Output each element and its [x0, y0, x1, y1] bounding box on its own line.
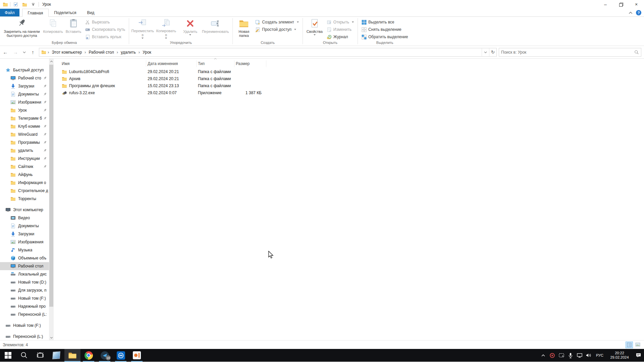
close-button[interactable]: ×: [629, 0, 644, 9]
edit-button[interactable]: Изменить: [327, 26, 354, 33]
sidebar-item[interactable]: Изображени: [0, 98, 49, 106]
select-all-button[interactable]: Выделить все: [362, 19, 408, 25]
sidebar-item[interactable]: Айфунь: [0, 171, 49, 179]
sidebar-item[interactable]: Программы: [0, 138, 49, 146]
explorer-app-button[interactable]: [64, 349, 80, 362]
collapse-ribbon-icon[interactable]: [629, 12, 633, 14]
sidebar-item[interactable]: Рабочий стол: [0, 262, 49, 270]
taskbar-search-button[interactable]: [16, 349, 32, 362]
sidebar-item[interactable]: Переносной (L:: [0, 310, 49, 318]
hidden-icons-button[interactable]: [539, 349, 548, 362]
breadcrumb-udalit[interactable]: удалить: [119, 50, 138, 55]
scroll-up-button[interactable]: [49, 59, 54, 64]
sidebar-item[interactable]: Строительное д: [0, 187, 49, 195]
pin-to-quick-access-button[interactable]: Закрепить на панели быстрого доступа: [1, 17, 42, 39]
sidebar-scrollbar[interactable]: [49, 59, 54, 340]
microphone-tray-icon[interactable]: [566, 349, 575, 362]
tab-home[interactable]: Главная: [22, 9, 49, 17]
address-dropdown-button[interactable]: [482, 48, 489, 56]
column-header-type[interactable]: Тип: [197, 60, 234, 67]
address-box[interactable]: › Этот компьютер › Рабочий стол › удалит…: [39, 48, 497, 57]
sidebar-item[interactable]: Документы: [0, 222, 49, 230]
sidebar-item[interactable]: удалить: [0, 146, 49, 155]
help-button[interactable]: ?: [636, 10, 641, 15]
paste-button[interactable]: Вставить: [64, 17, 83, 39]
sidebar-item[interactable]: Загрузки: [0, 82, 49, 90]
volume-tray-icon[interactable]: [584, 349, 593, 362]
history-button[interactable]: Журнал: [327, 34, 354, 40]
screen-capture-tray-icon[interactable]: [557, 349, 566, 362]
new-item-button[interactable]: Создать элемент: [255, 19, 299, 25]
sidebar-item[interactable]: Быстрый доступ: [0, 66, 49, 74]
copy-to-button[interactable]: Копировать в: [154, 17, 178, 39]
up-button[interactable]: ↑: [29, 48, 37, 56]
minimize-button[interactable]: –: [598, 0, 613, 9]
cut-button[interactable]: Вырезать: [85, 19, 125, 25]
column-header-date[interactable]: Дата изменения: [146, 60, 197, 67]
easy-access-button[interactable]: Простой доступ: [255, 26, 299, 33]
sidebar-item[interactable]: Документы: [0, 90, 49, 98]
sidebar-item[interactable]: Изображения: [0, 238, 49, 246]
tab-share[interactable]: Поделиться: [49, 9, 82, 17]
column-header-size[interactable]: Размер: [234, 60, 266, 67]
sidebar-item[interactable]: Надежный про: [0, 302, 49, 310]
back-button[interactable]: ←: [1, 48, 9, 56]
search-input[interactable]: [501, 50, 634, 55]
chrome-app-button[interactable]: [80, 349, 97, 362]
sidebar-item[interactable]: Музыка: [0, 246, 49, 254]
sidebar-item[interactable]: Урок: [0, 106, 49, 114]
file-row[interactable]: Программы для флешек 15.02.2024 23:13 Па…: [60, 82, 644, 89]
properties-button[interactable]: Свойства: [305, 17, 325, 39]
refresh-button[interactable]: ↻: [489, 48, 496, 56]
select-none-button[interactable]: Снять выделение: [362, 26, 408, 33]
qat-new-folder-button[interactable]: [21, 1, 28, 8]
media-app-button[interactable]: [48, 349, 64, 362]
file-row[interactable]: rufus-3.22.exe 29.02.2024 0:07 Приложени…: [60, 89, 644, 96]
sidebar-item[interactable]: Новый том (D:): [0, 278, 49, 286]
sidebar-item[interactable]: Клуб комме: [0, 122, 49, 130]
forward-button[interactable]: →: [11, 48, 19, 56]
thumbnails-view-button[interactable]: [634, 342, 641, 348]
action-center-button[interactable]: [633, 349, 644, 362]
clock[interactable]: 20:22 29.02.2024: [606, 351, 633, 360]
copy-path-button[interactable]: Скопировать путь: [85, 26, 125, 33]
start-button[interactable]: [0, 349, 16, 362]
qat-properties-button[interactable]: [12, 1, 19, 8]
delete-button[interactable]: Удалить: [180, 17, 200, 39]
sidebar-item[interactable]: Загрузки: [0, 230, 49, 238]
recording-tray-icon[interactable]: [548, 349, 557, 362]
invert-selection-button[interactable]: Обратить выделение: [362, 34, 408, 40]
sidebar-item[interactable]: Информация о: [0, 179, 49, 187]
sidebar-item[interactable]: Новый том (F:): [0, 294, 49, 302]
sidebar-item[interactable]: Торренты: [0, 195, 49, 203]
tab-file[interactable]: Файл: [0, 9, 19, 17]
details-view-button[interactable]: [626, 342, 633, 348]
teamviewer-app-button[interactable]: [113, 349, 129, 362]
sidebar-item[interactable]: Для загрузок, п: [0, 286, 49, 294]
tab-view[interactable]: Вид: [82, 9, 100, 17]
sidebar-item[interactable]: Инструкции: [0, 155, 49, 163]
move-to-button[interactable]: Переместить в: [131, 17, 154, 39]
network-tray-icon[interactable]: [575, 349, 584, 362]
paste-shortcut-button[interactable]: Вставить ярлык: [85, 34, 125, 40]
file-row[interactable]: Lubuntu1804ClubProfi 29.02.2024 20:21 Па…: [60, 68, 644, 75]
recent-locations-button[interactable]: [21, 48, 27, 56]
breadcrumb-desktop[interactable]: Рабочий стол: [87, 50, 116, 55]
new-folder-button[interactable]: Новая папка: [234, 17, 253, 39]
sidebar-item[interactable]: Рабочий сто: [0, 74, 49, 82]
sidebar-item[interactable]: Новый том (F:): [0, 321, 49, 329]
file-row[interactable]: Архив 29.02.2024 20:21 Папка с файлами: [60, 75, 644, 82]
sidebar-item[interactable]: Локальный дис: [0, 270, 49, 278]
breadcrumb-this-pc[interactable]: Этот компьютер: [50, 50, 84, 55]
sidebar-item[interactable]: WireGuard: [0, 130, 49, 138]
sidebar-item[interactable]: Переносной (L:): [0, 333, 49, 340]
open-button[interactable]: Открыть: [327, 19, 354, 25]
sidebar-item[interactable]: Объемные объ: [0, 254, 49, 262]
task-view-button[interactable]: [32, 349, 48, 362]
media-editor-app-button[interactable]: [129, 349, 145, 362]
copy-button[interactable]: Копировать: [42, 17, 64, 39]
sidebar-item[interactable]: Этот компьютер: [0, 206, 49, 214]
scrollbar-thumb[interactable]: [49, 65, 53, 307]
sidebar-item[interactable]: Телеграмм б: [0, 114, 49, 122]
sidebar-item[interactable]: Видео: [0, 214, 49, 222]
